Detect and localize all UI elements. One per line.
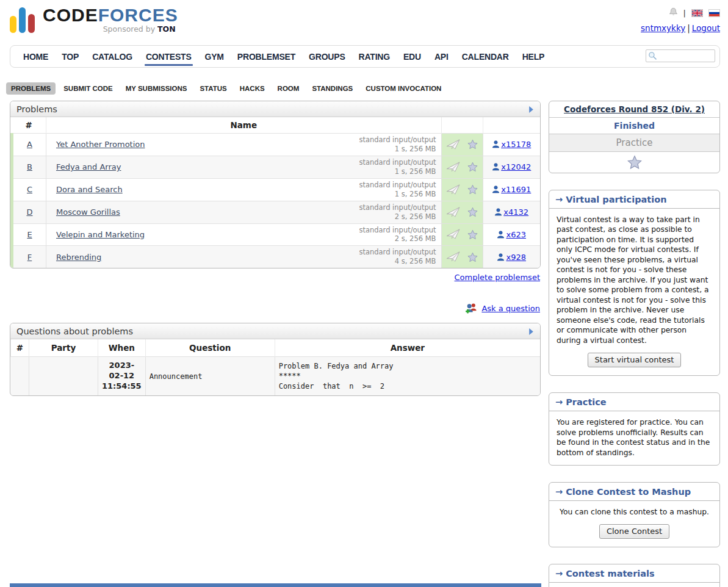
subnav-item[interactable]: STANDINGS [307,82,358,95]
solved-count-link[interactable]: x4132 [494,207,528,217]
problem-name-link[interactable]: Velepin and Marketing [56,230,145,239]
submit-solution-icon[interactable] [446,207,461,218]
submit-solution-icon[interactable] [446,184,461,195]
nav-item[interactable]: RATING [352,46,397,67]
problem-index-link[interactable]: D [26,207,32,217]
favorite-star-icon[interactable] [467,252,478,262]
nav-item[interactable]: API [428,46,455,67]
bell-icon[interactable] [669,7,678,18]
favorite-star-icon[interactable] [467,162,478,172]
nav-item[interactable]: CONTESTS [139,46,198,67]
problem-index-link[interactable]: E [27,230,32,239]
problem-index-link[interactable]: A [27,140,32,149]
complete-problemset-link[interactable]: Complete problemset [455,273,540,282]
problem-name-link[interactable]: Yet Another Promotion [56,140,145,149]
subnav-item[interactable]: CUSTOM INVOCATION [361,82,446,95]
problem-row: A Yet Another Promotion standard input/o… [12,134,541,156]
problems-table: # Name A Yet Another Promotion [10,117,540,268]
footer-divider [10,583,541,587]
problem-name-link[interactable]: Dora and Search [56,185,123,194]
problems-caption: Problems [16,104,57,114]
start-virtual-contest-button[interactable]: Start virtual contest [588,353,682,367]
problem-row: B Fedya and Array standard input/output … [12,156,541,178]
solved-count-link[interactable]: x12042 [492,162,531,171]
username-link[interactable]: sntmxykky [641,23,685,33]
question-when: 2023-02-12 11:54:55 [98,357,146,395]
problem-index-link[interactable]: F [27,253,32,262]
separator: | [687,23,690,33]
questions-col-header: When [98,339,146,357]
questions-col-header: Party [29,339,98,357]
person-icon [497,253,505,261]
solved-count-link[interactable]: x15178 [492,140,531,149]
contest-materials-box: → Contest materials Announcement × Tutor… [549,564,720,587]
favorite-star-icon[interactable] [467,139,478,149]
nav-item[interactable]: CATALOG [85,46,139,67]
problem-row: D Moscow Gorillas standard input/output … [12,201,541,223]
nav-item[interactable]: GYM [198,46,231,67]
nav-item[interactable]: HELP [516,46,552,67]
problem-name-link[interactable]: Moscow Gorillas [56,207,120,217]
problem-limits: standard input/output 2 s, 256 MB [359,226,436,244]
col-header-actions [441,117,483,134]
submit-solution-icon[interactable] [446,162,461,173]
logout-link[interactable]: Logout [692,23,720,33]
problem-name-link[interactable]: Fedya and Array [56,162,121,171]
person-icon [497,231,505,239]
problem-index-link[interactable]: C [27,185,32,194]
nav-item[interactable]: EDU [397,46,428,67]
subnav-item[interactable]: ROOM [273,82,305,95]
problem-index-link[interactable]: B [27,162,32,171]
codeforces-logo[interactable]: CODEFORCES Sponsored by TON [10,6,178,45]
ask-question-link[interactable]: Ask a question [481,304,540,313]
clone-mashup-title: → Clone Contest to Mashup [549,483,719,501]
problems-box: Problems # Name [10,101,541,268]
favorite-star-icon[interactable] [467,207,478,217]
submit-solution-icon[interactable] [446,139,461,150]
nav-item[interactable]: CALENDAR [455,46,516,67]
practice-title: → Practice [549,393,719,411]
submit-solution-icon[interactable] [446,251,461,262]
contest-favorite-star-icon[interactable] [627,162,642,171]
subnav-item[interactable]: MY SUBMISSIONS [121,82,192,95]
subnav-item[interactable]: STATUS [195,82,231,95]
problem-limits: standard input/output 4 s, 256 MB [359,248,436,266]
nav-item[interactable]: PROBLEMSET [231,46,302,67]
practice-text: You are registered for practice. You can… [549,411,719,465]
subnav-item[interactable]: PROBLEMS [6,82,56,95]
clone-contest-button[interactable]: Clone Contest [599,524,669,539]
solved-count-link[interactable]: x928 [497,253,526,262]
clone-mashup-box: → Clone Contest to Mashup You can clone … [549,482,720,547]
page-header: CODEFORCES Sponsored by TON | [0,0,728,45]
question-row: 2023-02-12 11:54:55 Announcement Problem… [11,357,541,395]
favorite-star-icon[interactable] [467,184,478,195]
collapse-arrow-icon[interactable] [528,328,534,335]
nav-item[interactable]: GROUPS [302,46,351,67]
logo-bars-icon [10,7,38,35]
contest-mode: Practice [549,134,719,151]
contest-sub-navigation: PROBLEMSSUBMIT CODEMY SUBMISSIONSSTATUSH… [6,82,718,95]
col-header-name: Name [46,117,442,134]
problem-limits: standard input/output 1 s, 256 MB [359,158,436,176]
person-icon [494,208,502,216]
collapse-arrow-icon[interactable] [528,106,534,113]
russian-flag-icon[interactable] [708,9,720,17]
col-header-solved [483,117,540,134]
person-icon [492,163,500,171]
contest-materials-title: → Contest materials [549,564,719,583]
english-flag-icon[interactable] [691,9,703,17]
person-icon [492,140,500,148]
contest-title-link[interactable]: Codeforces Round 852 (Div. 2) [564,104,705,114]
solved-count-link[interactable]: x11691 [492,185,531,194]
clone-mashup-text: You can clone this contest to a mashup. [549,501,719,524]
problem-name-link[interactable]: Rebrending [56,253,101,262]
favorite-star-icon[interactable] [467,229,478,240]
nav-item[interactable]: HOME [16,46,55,67]
subnav-item[interactable]: SUBMIT CODE [59,82,118,95]
sponsored-line: Sponsored by TON [43,26,178,34]
logo-text: CODEFORCES [43,5,178,25]
submit-solution-icon[interactable] [446,229,461,240]
nav-item[interactable]: TOP [55,46,85,67]
subnav-item[interactable]: HACKS [235,82,270,95]
solved-count-link[interactable]: x623 [497,230,526,239]
